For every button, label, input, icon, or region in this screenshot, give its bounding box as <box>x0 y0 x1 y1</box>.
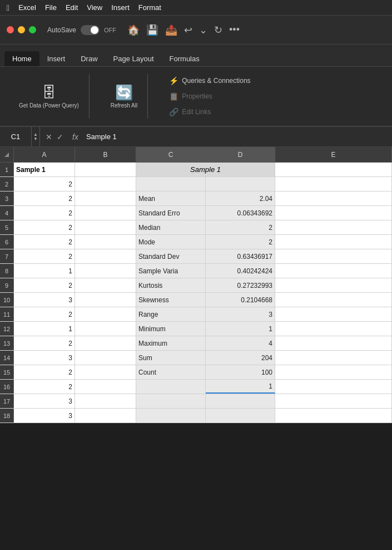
cell-e-13[interactable] <box>275 336 392 350</box>
cell-c-8[interactable]: Sample Varia <box>136 264 206 278</box>
get-data-button[interactable]: 🗄 Get Data (Power Query) <box>16 82 82 111</box>
cell-e-14[interactable] <box>275 351 392 365</box>
cell-a-17[interactable]: 3 <box>14 394 75 408</box>
cell-e-11[interactable] <box>275 307 392 321</box>
upload-icon[interactable]: 📤 <box>165 24 177 36</box>
cell-e-12[interactable] <box>275 322 392 336</box>
edit-links-button[interactable]: 🔗 Edit Links <box>166 106 254 118</box>
cell-d-6[interactable]: 2 <box>206 235 275 249</box>
cell-c-5[interactable]: Median <box>136 220 206 234</box>
cell-b-15[interactable] <box>75 365 136 379</box>
cell-b-7[interactable] <box>75 249 136 263</box>
menu-insert[interactable]: Insert <box>111 3 130 12</box>
cell-d-8[interactable]: 0.40242424 <box>206 264 275 278</box>
cell-a-4[interactable]: 2 <box>14 206 75 220</box>
cell-c-11[interactable]: Range <box>136 307 206 321</box>
select-all-corner[interactable] <box>0 147 14 162</box>
cell-d-11[interactable]: 3 <box>206 307 275 321</box>
cell-c-1[interactable]: Sample 1 <box>136 163 275 176</box>
cell-d-9[interactable]: 0.27232993 <box>206 278 275 292</box>
cell-d-13[interactable]: 4 <box>206 336 275 350</box>
cell-c-17[interactable] <box>136 394 206 408</box>
cell-a-7[interactable]: 2 <box>14 249 75 263</box>
cell-e-16[interactable] <box>275 380 392 394</box>
tab-page-layout[interactable]: Page Layout <box>106 51 162 66</box>
cell-c-4[interactable]: Standard Erro <box>136 206 206 220</box>
cell-a-9[interactable]: 2 <box>14 278 75 292</box>
cell-e-7[interactable] <box>275 249 392 263</box>
cell-a-14[interactable]: 3 <box>14 351 75 365</box>
cell-b-3[interactable] <box>75 191 136 205</box>
cell-e-17[interactable] <box>275 394 392 408</box>
cell-b-13[interactable] <box>75 336 136 350</box>
cell-e-6[interactable] <box>275 235 392 249</box>
cell-c-18[interactable] <box>136 409 206 423</box>
cell-a-6[interactable]: 2 <box>14 235 75 249</box>
menu-file[interactable]: File <box>45 3 57 12</box>
properties-button[interactable]: 📋 Properties <box>166 90 254 102</box>
home-icon[interactable]: 🏠 <box>127 24 140 36</box>
cell-c-6[interactable]: Mode <box>136 235 206 249</box>
save-icon[interactable]: 💾 <box>146 24 158 36</box>
cell-b-6[interactable] <box>75 235 136 249</box>
cell-b-1[interactable] <box>75 163 136 176</box>
tab-home[interactable]: Home <box>4 51 39 66</box>
cell-d-15[interactable]: 100 <box>206 365 275 379</box>
cell-e-3[interactable] <box>275 191 392 205</box>
cell-b-16[interactable] <box>75 380 136 394</box>
cell-d-18[interactable] <box>206 409 275 423</box>
cell-e-5[interactable] <box>275 220 392 234</box>
cell-e-4[interactable] <box>275 206 392 220</box>
confirm-formula-icon[interactable]: ✓ <box>57 132 63 141</box>
cell-c-15[interactable]: Count <box>136 365 206 379</box>
cell-a-3[interactable]: 2 <box>14 191 75 205</box>
cell-e-15[interactable] <box>275 365 392 379</box>
tab-draw[interactable]: Draw <box>73 51 105 66</box>
col-header-c[interactable]: C <box>136 147 206 162</box>
cell-b-5[interactable] <box>75 220 136 234</box>
cell-a-18[interactable]: 3 <box>14 409 75 423</box>
tab-insert[interactable]: Insert <box>39 51 73 66</box>
refresh-all-button[interactable]: 🔄 Refresh All <box>107 82 141 111</box>
cell-ref-dropdown[interactable]: ▲ ▼ <box>31 127 39 146</box>
cell-c-9[interactable]: Kurtosis <box>136 278 206 292</box>
cell-d-2[interactable] <box>206 177 275 191</box>
col-header-e[interactable]: E <box>275 147 392 162</box>
cell-c-3[interactable]: Mean <box>136 191 206 205</box>
cell-e-18[interactable] <box>275 409 392 423</box>
cell-a-8[interactable]: 1 <box>14 264 75 278</box>
cell-b-14[interactable] <box>75 351 136 365</box>
cell-e-8[interactable] <box>275 264 392 278</box>
cell-a-15[interactable]: 2 <box>14 365 75 379</box>
maximize-button[interactable] <box>29 26 36 33</box>
cell-b-4[interactable] <box>75 206 136 220</box>
cell-c-14[interactable]: Sum <box>136 351 206 365</box>
cell-d-7[interactable]: 0.63436917 <box>206 249 275 263</box>
cell-a-12[interactable]: 1 <box>14 322 75 336</box>
cell-b-8[interactable] <box>75 264 136 278</box>
autosave-toggle[interactable] <box>81 25 100 35</box>
cell-e-9[interactable] <box>275 278 392 292</box>
cell-a-1[interactable]: Sample 1 <box>14 163 75 176</box>
cell-d-16[interactable]: 1 <box>206 380 275 394</box>
cell-e-2[interactable] <box>275 177 392 191</box>
menu-excel[interactable]: Excel <box>18 3 36 12</box>
cell-e-10[interactable] <box>275 293 392 307</box>
queries-connections-button[interactable]: ⚡ Queries & Connections <box>166 75 254 87</box>
cell-b-11[interactable] <box>75 307 136 321</box>
cell-c-13[interactable]: Maximum <box>136 336 206 350</box>
cell-b-18[interactable] <box>75 409 136 423</box>
close-button[interactable] <box>7 26 14 33</box>
cell-c-12[interactable]: Minimum <box>136 322 206 336</box>
cell-b-9[interactable] <box>75 278 136 292</box>
col-header-d[interactable]: D <box>206 147 275 162</box>
cell-d-4[interactable]: 0.06343692 <box>206 206 275 220</box>
cell-e-1[interactable] <box>275 163 392 176</box>
cell-a-13[interactable]: 2 <box>14 336 75 350</box>
tab-formulas[interactable]: Formulas <box>162 51 207 66</box>
cell-a-11[interactable]: 2 <box>14 307 75 321</box>
cell-c-2[interactable] <box>136 177 206 191</box>
col-header-b[interactable]: B <box>75 147 136 162</box>
cell-d-12[interactable]: 1 <box>206 322 275 336</box>
cell-a-16[interactable]: 2 <box>14 380 75 394</box>
